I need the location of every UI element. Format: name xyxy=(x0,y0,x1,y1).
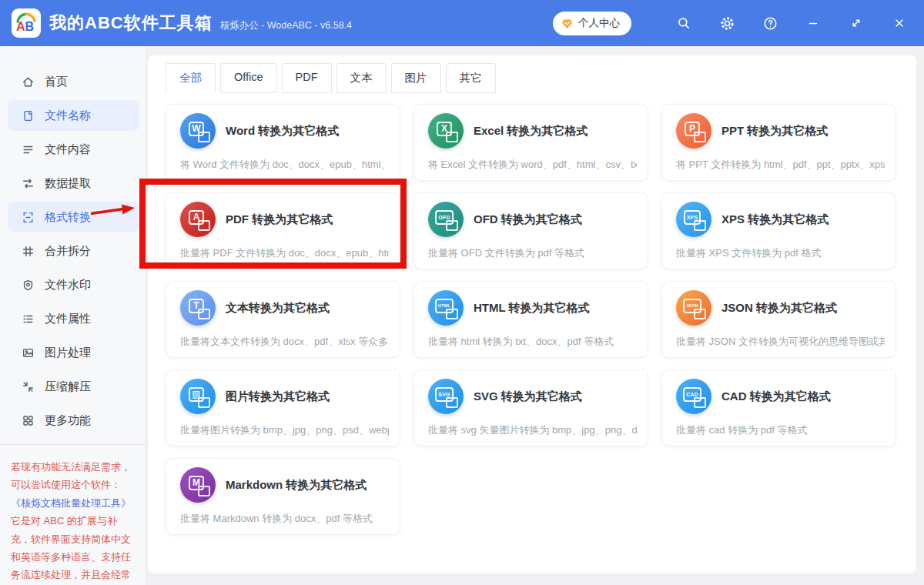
sidebar-item-file-content[interactable]: 文件内容 xyxy=(8,134,139,165)
card-11[interactable]: CADCAD 转换为其它格式批量将 cad 转换为 pdf 等格式 xyxy=(661,369,896,446)
card-6[interactable]: T文本转换为其它格式批量将文本文件转换为 docx、pdf、xlsx 等众多格式 xyxy=(166,281,400,358)
sidebar-item-compress[interactable]: 压缩解压 xyxy=(8,371,139,402)
search-button[interactable] xyxy=(672,12,695,35)
svg-text:B: B xyxy=(25,20,35,33)
card-head: PPPT 转换为其它格式 xyxy=(676,113,885,149)
tab-3[interactable]: 文本 xyxy=(336,63,387,93)
card-desc: 将 Excel 文件转换为 word、pdf、html、csv、txt、s xyxy=(428,158,637,172)
card-desc: 批量将图片转换为 bmp、jpg、png、psd、webp、 xyxy=(180,423,389,437)
card-badge-icon: M xyxy=(180,467,216,503)
card-desc: 批量将 Markdown 转换为 docx、pdf 等格式 xyxy=(180,512,389,526)
promo-text-1: 若现有功能无法满足需求，可以尝试使用这个软件： xyxy=(11,461,131,490)
badge-letter: JSON xyxy=(683,299,701,313)
card-badge-icon: ▨ xyxy=(180,379,216,414)
main-panel: 全部OfficePDF文本图片其它 WWord 转换为其它格式将 Word 文件… xyxy=(148,55,916,573)
app-logo-icon: A B xyxy=(12,8,41,38)
card-title: JSON 转换为其它格式 xyxy=(721,301,837,316)
card-head: MMarkdown 转换为其它格式 xyxy=(180,467,389,503)
sidebar-item-label: 首页 xyxy=(45,75,68,89)
card-title: 文本转换为其它格式 xyxy=(226,301,330,316)
merge-split-icon xyxy=(22,245,35,258)
tab-0[interactable]: 全部 xyxy=(166,63,216,93)
card-title: SVG 转换为其它格式 xyxy=(474,389,582,404)
app-title: 我的ABC软件工具箱 xyxy=(49,12,213,35)
help-button[interactable] xyxy=(758,12,782,35)
card-badge-icon: XPS xyxy=(676,202,711,237)
card-badge-icon: CAD xyxy=(676,379,711,414)
card-desc: 批量将文本文件转换为 docx、pdf、xlsx 等众多格式 xyxy=(180,335,389,349)
close-button[interactable] xyxy=(888,12,911,35)
card-desc: 将 Word 文件转换为 doc、docx、epub、html、pd xyxy=(180,158,389,172)
card-badge-icon: T xyxy=(180,290,216,326)
card-1[interactable]: XExcel 转换为其它格式将 Excel 文件转换为 word、pdf、htm… xyxy=(413,104,648,181)
search-icon xyxy=(677,16,691,30)
card-8[interactable]: JSONJSON 转换为其它格式批量将 JSON 文件转换为可视化的思维导图或其… xyxy=(661,281,896,358)
card-head: HTMLHTML 转换为其它格式 xyxy=(428,290,637,326)
card-2[interactable]: PPPT 转换为其它格式将 PPT 文件转换为 html、pdf、ppt、ppt… xyxy=(661,104,896,181)
card-title: PPT 转换为其它格式 xyxy=(721,124,828,139)
sidebar: 首页文件名称文件内容数据提取格式转换合并拆分文件水印文件属性图片处理压缩解压更多… xyxy=(0,46,146,585)
badge-letter: XPS xyxy=(684,210,701,225)
card-badge-icon: SVG xyxy=(428,379,464,414)
sidebar-item-file-props[interactable]: 文件属性 xyxy=(8,303,139,334)
card-badge-icon: X xyxy=(428,113,464,149)
minimize-icon xyxy=(807,17,819,29)
sidebar-item-file-name[interactable]: 文件名称 xyxy=(8,100,139,131)
card-head: OFDOFD 转换为其它格式 xyxy=(428,202,637,237)
card-title: HTML 转换为其它格式 xyxy=(474,301,590,316)
vip-gem-icon xyxy=(561,17,574,30)
sidebar-item-label: 压缩解压 xyxy=(45,379,91,394)
resize-icon xyxy=(850,17,862,29)
card-12[interactable]: MMarkdown 转换为其它格式批量将 Markdown 转换为 docx、p… xyxy=(166,458,400,535)
card-title: Markdown 转换为其它格式 xyxy=(226,478,367,493)
sidebar-item-label: 文件水印 xyxy=(45,278,91,292)
sidebar-item-label: 合并拆分 xyxy=(45,244,91,259)
settings-button[interactable] xyxy=(715,12,738,35)
card-head: APDF 转换为其它格式 xyxy=(180,202,389,237)
promo-link[interactable]: 《核烁文档批量处理工具》 xyxy=(11,494,131,512)
promo-text-2: 它是对 ABC 的扩展与补充，软件界面支持简体中文和英语等多种语言、支持任务流连… xyxy=(11,515,131,585)
card-5[interactable]: XPSXPS 转换为其它格式批量将 XPS 文件转换为 pdf 格式 xyxy=(661,192,896,269)
card-3[interactable]: APDF 转换为其它格式批量将 PDF 文件转换为 doc、docx、epub、… xyxy=(166,192,400,269)
card-desc: 将 PPT 文件转换为 html、pdf、ppt、pptx、xps 等格 xyxy=(676,158,885,172)
card-title: Word 转换为其它格式 xyxy=(226,124,339,139)
card-title: OFD 转换为其它格式 xyxy=(474,212,582,227)
sidebar-item-merge-split[interactable]: 合并拆分 xyxy=(8,236,139,266)
sidebar-item-home[interactable]: 首页 xyxy=(8,66,139,97)
card-desc: 批量将 cad 转换为 pdf 等格式 xyxy=(676,423,885,437)
card-badge-icon: OFD xyxy=(428,202,464,237)
help-icon xyxy=(763,16,778,31)
card-badge-icon: P xyxy=(676,113,711,149)
card-9[interactable]: ▨图片转换为其它格式批量将图片转换为 bmp、jpg、png、psd、webp、 xyxy=(166,369,400,446)
titlebar: A B 我的ABC软件工具箱 核烁办公 - WodeABC - v6.58.4 … xyxy=(0,0,924,46)
sidebar-item-more[interactable]: 更多功能 xyxy=(8,405,139,436)
sidebar-item-watermark[interactable]: 文件水印 xyxy=(8,269,139,300)
personal-center-button[interactable]: 个人中心 xyxy=(553,12,631,35)
card-title: 图片转换为其它格式 xyxy=(226,389,330,404)
card-desc: 批量将 html 转换为 txt、docx、pdf 等格式 xyxy=(428,335,637,349)
card-badge-icon: HTML xyxy=(428,290,464,326)
personal-center-label: 个人中心 xyxy=(578,16,620,30)
tab-5[interactable]: 其它 xyxy=(446,63,496,93)
card-7[interactable]: HTMLHTML 转换为其它格式批量将 html 转换为 txt、docx、pd… xyxy=(413,281,648,358)
card-desc: 批量将 XPS 文件转换为 pdf 格式 xyxy=(676,246,885,260)
sidebar-item-image-process[interactable]: 图片处理 xyxy=(8,337,139,368)
file-props-icon xyxy=(22,313,35,326)
card-badge-icon: JSON xyxy=(676,290,711,326)
badge-letter: A xyxy=(189,210,204,225)
card-10[interactable]: SVGSVG 转换为其它格式批量将 svg 矢量图片转换为 bmp、jpg、pn… xyxy=(413,369,648,446)
sidebar-item-format-convert[interactable]: 格式转换 xyxy=(8,202,139,232)
tab-1[interactable]: Office xyxy=(220,63,277,93)
card-4[interactable]: OFDOFD 转换为其它格式批量将 OFD 文件转换为 pdf 等格式 xyxy=(413,192,648,269)
tab-2[interactable]: PDF xyxy=(282,63,332,93)
badge-letter: OFD xyxy=(435,210,453,225)
data-extract-icon xyxy=(22,177,35,190)
minimize-button[interactable] xyxy=(802,12,825,35)
category-tabs: 全部OfficePDF文本图片其它 xyxy=(166,63,916,93)
watermark-icon xyxy=(22,279,35,292)
sidebar-item-data-extract[interactable]: 数据提取 xyxy=(8,168,139,199)
card-0[interactable]: WWord 转换为其它格式将 Word 文件转换为 doc、docx、epub、… xyxy=(166,104,400,181)
resize-button[interactable] xyxy=(845,12,868,35)
close-icon xyxy=(893,17,906,29)
tab-4[interactable]: 图片 xyxy=(391,63,441,93)
